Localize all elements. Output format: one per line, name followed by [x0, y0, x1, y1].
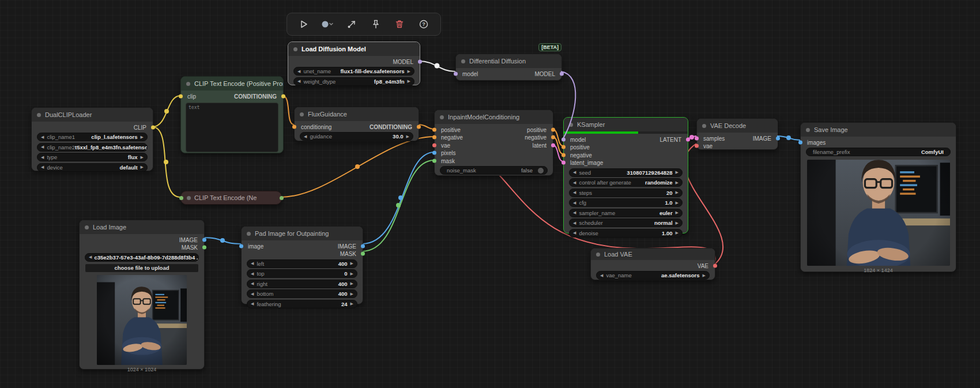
input-slot-vae[interactable] [695, 144, 699, 148]
widget-cfg[interactable]: cfg1.0 [569, 198, 683, 207]
link-dot [164, 160, 168, 164]
output-slot-image[interactable] [776, 136, 780, 140]
widget-clip-name2[interactable]: clip_name2t5xxl_fp8_e4m3fn.safetensors [37, 143, 148, 152]
input-slot-positive[interactable] [561, 145, 566, 149]
widget-right[interactable]: right400 [247, 280, 357, 288]
toggle-knob[interactable] [538, 168, 544, 174]
widget-control-after-generate[interactable]: control after generaterandomize [569, 178, 683, 187]
input-slot-images[interactable] [798, 140, 802, 144]
input-slot-negative[interactable] [561, 153, 566, 157]
widget-feathering[interactable]: feathering24 [247, 300, 357, 308]
collapse-dot[interactable] [702, 124, 706, 128]
output-slot-image[interactable] [361, 244, 365, 248]
prompt-textarea[interactable]: text [186, 103, 278, 152]
collapse-dot[interactable] [37, 113, 41, 117]
output-slot-conditioning[interactable] [417, 125, 421, 129]
input-slot-negative[interactable] [432, 135, 436, 140]
select-tool-button[interactable] [344, 17, 359, 32]
collapsed-input-slot[interactable] [179, 196, 183, 200]
collapse-dot[interactable] [569, 123, 573, 127]
node-pad-image-for-outpainting[interactable]: Pad Image for Outpainting image IMAGE MA… [241, 226, 363, 304]
run-button[interactable] [296, 17, 311, 32]
widget-guidance[interactable]: guidance30.0 [300, 132, 413, 141]
widget-clip-name1[interactable]: clip_name1clip_l.safetensors [37, 133, 148, 141]
node-load-vae[interactable]: Load VAE VAE vae_nameae.safetensors [590, 248, 715, 280]
input-slot-vae[interactable] [432, 143, 436, 147]
widget-filename-prefix[interactable]: filename_prefixComfyUI [806, 148, 951, 156]
widget-weight-dtype[interactable]: weight_dtypefp8_e4m3fn [293, 77, 414, 86]
collapsed-output-slot[interactable] [280, 196, 284, 200]
choose-file-button[interactable]: choose file to upload [85, 263, 199, 273]
node-vae-decode[interactable]: VAE Decode samples IMAGE vae [696, 118, 778, 150]
output-label: CONDITIONING [234, 93, 277, 99]
output-slot-mask[interactable] [202, 246, 206, 250]
input-slot-positive[interactable] [432, 127, 436, 131]
input-slot-pixels[interactable] [432, 151, 436, 155]
widget-seed[interactable]: seed310807129264828 [569, 168, 683, 177]
queue-mode-button[interactable] [320, 17, 335, 32]
widget-left[interactable]: left400 [247, 259, 357, 268]
input-slot-conditioning[interactable] [292, 125, 296, 129]
output-slot-model[interactable] [418, 59, 422, 63]
node-ksampler[interactable]: KSampler model LATENT positive negative … [563, 117, 688, 233]
output-slot-model[interactable] [560, 71, 564, 76]
node-save-image[interactable]: Save Image images filename_prefixComfyUI… [800, 122, 956, 272]
widget-sampler-name[interactable]: sampler_nameeuler [569, 209, 683, 217]
widget-denoise[interactable]: denoise1.00 [569, 229, 683, 238]
input-slot-latent-image[interactable] [561, 161, 566, 165]
widget-steps[interactable]: steps20 [569, 189, 683, 197]
node-load-diffusion-model[interactable]: Load Diffusion Model MODEL unet_nameflux… [288, 42, 420, 85]
pin-button[interactable] [368, 17, 383, 32]
node-load-image[interactable]: Load Image IMAGE MASK c35e2b37-57e3-43af… [79, 220, 205, 370]
collapse-dot[interactable] [806, 128, 810, 132]
widget-unet-name[interactable]: unet_nameflux1-fill-dev.safetensors [293, 67, 414, 76]
wire-vaedecode-to-saveimage [777, 136, 800, 140]
widget-bottom[interactable]: bottom400 [247, 289, 357, 298]
input-slot-clip[interactable] [179, 94, 183, 98]
input-slot-image[interactable] [239, 244, 243, 248]
input-image-preview[interactable] [97, 275, 187, 365]
widget-scheduler[interactable]: schedulernormal [569, 219, 683, 227]
node-clip-text-encode-negative-collapsed[interactable]: CLIP Text Encode (Ne [180, 191, 282, 205]
node-inpaintmodelconditioning[interactable]: InpaintModelConditioning positive positi… [434, 110, 553, 176]
output-slot-image[interactable] [202, 238, 206, 242]
output-slot-positive[interactable] [551, 127, 555, 131]
input-slot-samples[interactable] [695, 136, 699, 140]
output-slot-latent[interactable] [551, 143, 555, 147]
collapse-dot[interactable] [85, 225, 89, 229]
input-label: negative [570, 152, 592, 158]
collapse-dot[interactable] [596, 253, 600, 257]
input-slot-mask[interactable] [432, 159, 436, 163]
output-slot-negative[interactable] [551, 135, 555, 140]
collapse-dot[interactable] [247, 232, 251, 236]
input-slot-model[interactable] [561, 137, 566, 141]
pin-icon [371, 19, 381, 29]
widget-top[interactable]: top0 [247, 269, 357, 278]
collapse-dot[interactable] [187, 196, 191, 200]
collapse-dot[interactable] [293, 47, 297, 51]
node-clip-text-encode-positive[interactable]: CLIP Text Encode (Positive Prompt) clip … [180, 76, 284, 153]
help-button[interactable]: ? [416, 17, 431, 32]
widget-device[interactable]: devicedefault [37, 163, 148, 172]
output-slot-latent[interactable] [686, 137, 690, 141]
node-dualcliploader[interactable]: DualCLIPLoader CLIP clip_name1clip_l.saf… [31, 107, 153, 171]
node-graph-canvas[interactable]: ? DualCLIPLoader CLIP clip_name1clip_l.s… [0, 0, 980, 388]
widget-vae-name[interactable]: vae_nameae.safetensors [596, 271, 710, 280]
collapse-dot[interactable] [186, 82, 190, 86]
clear-workflow-button[interactable] [392, 17, 407, 32]
output-slot-clip[interactable] [151, 125, 155, 129]
node-fluxguidance[interactable]: FluxGuidance conditioning CONDITIONING g… [294, 107, 419, 141]
collapse-dot[interactable] [461, 59, 465, 63]
widget-noise-mask[interactable]: noise_mask false [440, 166, 548, 175]
widget-type[interactable]: typeflux [37, 153, 148, 161]
output-slot-mask[interactable] [361, 252, 365, 256]
collapse-dot[interactable] [300, 112, 304, 116]
output-slot-conditioning[interactable] [281, 94, 285, 98]
input-slot-model[interactable] [454, 71, 458, 76]
output-slot-vae[interactable] [713, 263, 717, 268]
node-differential-diffusion[interactable]: [BETA] Differential Diffusion model MODE… [455, 54, 562, 81]
collapse-dot[interactable] [440, 115, 444, 119]
output-image-preview[interactable] [807, 160, 950, 266]
input-label: images [807, 139, 826, 145]
widget-image-file[interactable]: c35e2b37-57e3-43af-8b09-7d288d8f3b4 ... [85, 253, 199, 262]
